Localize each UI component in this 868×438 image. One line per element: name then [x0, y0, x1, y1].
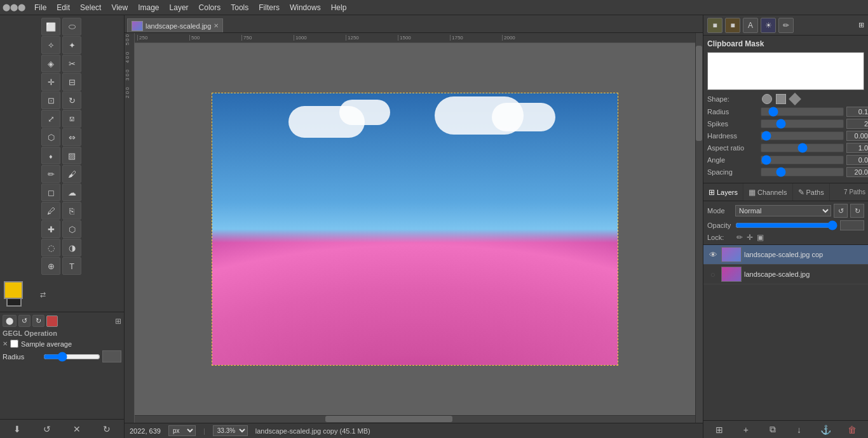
tool-blend[interactable]: ▨: [62, 147, 81, 164]
layer-eye-2[interactable]: ○: [707, 269, 719, 280]
tool-scale[interactable]: ⤢: [41, 110, 60, 128]
tool-perspective[interactable]: ⬡: [41, 128, 60, 146]
menu-layer[interactable]: Layer: [165, 2, 194, 13]
menu-colors[interactable]: Colors: [194, 2, 226, 13]
tab-paths[interactable]: ✎ Paths: [793, 183, 830, 201]
spikes-param-value[interactable]: [846, 119, 868, 129]
tool-select-by-color[interactable]: ◈: [41, 55, 60, 72]
opacity-slider[interactable]: [735, 221, 837, 230]
tool-rotate[interactable]: ↻: [62, 91, 81, 109]
right-tool-icon-font[interactable]: A: [743, 18, 758, 33]
radius-param-value[interactable]: [846, 107, 868, 117]
tool-fuzzy-select[interactable]: ✦: [62, 36, 81, 54]
right-tool-icon-pen[interactable]: ✏: [778, 18, 794, 33]
tool-move[interactable]: ✛: [41, 73, 60, 91]
swap-colors-icon[interactable]: ⇄: [40, 291, 46, 299]
angle-param-value[interactable]: [846, 155, 868, 165]
history-btn[interactable]: ↺: [834, 204, 848, 218]
image-tab[interactable]: landscape-scaled.jpg ✕: [127, 18, 223, 32]
tab-close-button[interactable]: ✕: [214, 22, 219, 29]
spacing-param-value[interactable]: [846, 167, 868, 177]
radius-value[interactable]: 3: [102, 350, 121, 362]
menu-tools[interactable]: Tools: [226, 2, 254, 13]
menu-windows[interactable]: Windows: [285, 2, 326, 13]
tool-eraser[interactable]: ◻: [41, 183, 60, 201]
tool-smudge[interactable]: ⊕: [41, 257, 60, 275]
tool-airbrush[interactable]: ☁: [62, 183, 81, 201]
canvas-hscroll[interactable]: [135, 415, 695, 423]
lock-pixels-icon[interactable]: ✏: [736, 233, 743, 242]
create-layer-btn[interactable]: +: [739, 423, 753, 437]
foreground-color-swatch[interactable]: [4, 281, 23, 299]
hardness-param-slider[interactable]: [761, 131, 844, 140]
mode-select[interactable]: Normal Multiply Screen: [735, 205, 831, 216]
tool-shear[interactable]: ⟏: [62, 110, 81, 128]
tool-options-icon-4[interactable]: [46, 315, 58, 327]
zoom-select[interactable]: 33.3% 50% 100%: [213, 425, 248, 436]
lock-move-icon[interactable]: ✛: [747, 233, 753, 242]
shape-diamond-wrapper[interactable]: [790, 94, 800, 104]
tool-perspective-clone[interactable]: ⬡: [62, 220, 81, 238]
undo-icon[interactable]: ↺: [43, 424, 51, 434]
lock-alpha-icon[interactable]: ▣: [757, 233, 764, 242]
expand-icon[interactable]: ⊞: [115, 317, 121, 326]
merge-layer-btn[interactable]: ↓: [792, 423, 806, 437]
right-tool-icon-4[interactable]: ☀: [761, 18, 776, 33]
unit-select[interactable]: px % mm: [168, 425, 196, 436]
tab-layers[interactable]: ⊞ Layers: [703, 183, 743, 201]
hardness-param-value[interactable]: [846, 131, 868, 141]
right-tool-icon-1[interactable]: ■: [707, 18, 722, 33]
spacing-param-slider[interactable]: [761, 168, 844, 176]
menu-image[interactable]: Image: [133, 2, 164, 13]
shape-circle-option[interactable]: [762, 94, 772, 104]
tool-bucket-fill[interactable]: ⬧: [41, 147, 60, 164]
close-small-icon[interactable]: ✕: [3, 340, 8, 347]
tool-ink[interactable]: 🖊: [41, 202, 60, 220]
tool-heal[interactable]: ✚: [41, 220, 60, 238]
new-layer-group-btn[interactable]: ⊞: [712, 423, 726, 437]
save-icon[interactable]: ⬇: [13, 424, 21, 434]
layer-item-copy[interactable]: 👁 landscape-scaled.jpg cop: [703, 245, 868, 265]
layer-eye-1[interactable]: 👁: [707, 249, 719, 260]
menu-help[interactable]: Help: [326, 2, 352, 13]
sample-average-checkbox[interactable]: [10, 340, 18, 348]
menu-file[interactable]: File: [29, 2, 51, 13]
delete-layer-btn[interactable]: 🗑: [845, 423, 859, 437]
tool-free-select[interactable]: ⟡: [41, 36, 60, 54]
tool-align[interactable]: ⊟: [62, 73, 81, 91]
shape-square-option[interactable]: [776, 94, 786, 104]
duplicate-layer-btn[interactable]: ⧉: [766, 423, 780, 437]
reset-icon[interactable]: ↻: [103, 424, 111, 434]
aspect-ratio-param-value[interactable]: [846, 143, 868, 153]
aspect-ratio-param-slider[interactable]: [761, 143, 844, 152]
canvas-vscroll[interactable]: [695, 33, 703, 423]
radius-slider[interactable]: [43, 352, 100, 361]
angle-param-slider[interactable]: [761, 156, 844, 164]
radius-param-slider[interactable]: [761, 107, 844, 116]
tool-scissors[interactable]: ✂: [62, 55, 81, 72]
menu-view[interactable]: View: [106, 2, 133, 13]
tool-options-icon-2[interactable]: ↺: [18, 315, 31, 327]
cancel-icon[interactable]: ✕: [73, 424, 81, 434]
tool-crop[interactable]: ⊡: [41, 91, 60, 109]
layer-item-original[interactable]: ○ landscape-scaled.jpg: [703, 265, 868, 284]
menu-select[interactable]: Select: [75, 2, 106, 13]
anchor-layer-btn[interactable]: ⚓: [818, 423, 832, 437]
opacity-value[interactable]: 100.0: [840, 220, 864, 230]
tool-flip[interactable]: ⇔: [62, 128, 81, 146]
tool-paintbrush[interactable]: 🖌: [62, 165, 81, 183]
right-tool-icon-2[interactable]: ■: [725, 18, 740, 33]
tool-options-icon-1[interactable]: ⬤: [3, 315, 17, 327]
spikes-param-slider[interactable]: [761, 119, 844, 128]
tool-options-icon-3[interactable]: ↻: [32, 315, 44, 327]
tool-dodge[interactable]: ◑: [62, 239, 81, 256]
menu-filters[interactable]: Filters: [254, 2, 285, 13]
redo-btn[interactable]: ↻: [850, 204, 864, 218]
tab-channels[interactable]: ▦ Channels: [743, 183, 792, 201]
tool-pencil[interactable]: ✏: [41, 165, 60, 183]
canvas-scroll[interactable]: [135, 43, 695, 415]
tool-rectangle[interactable]: ⬜: [41, 18, 60, 36]
tool-text[interactable]: T: [62, 257, 81, 275]
image-canvas[interactable]: [212, 93, 618, 366]
menu-edit[interactable]: Edit: [51, 2, 75, 13]
